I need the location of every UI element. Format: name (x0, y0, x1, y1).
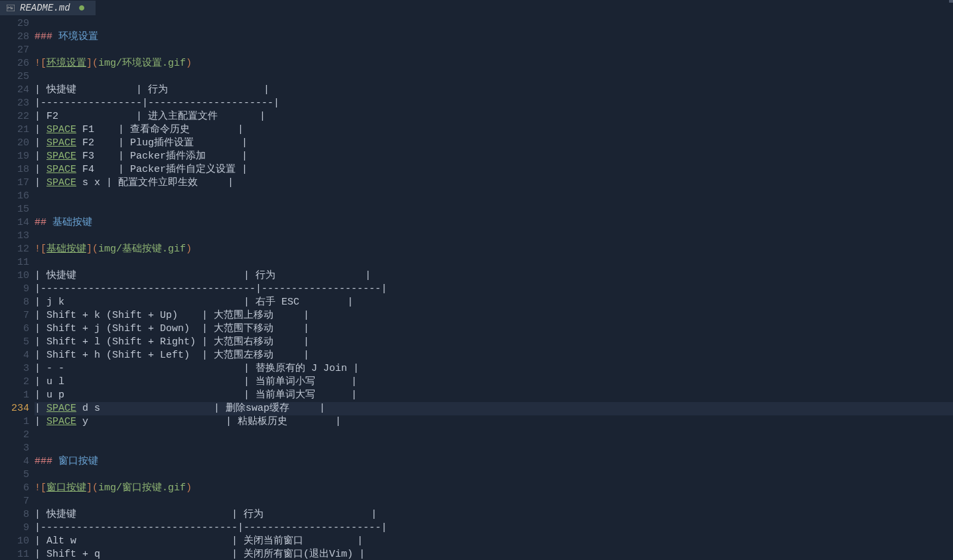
code-line: ## 基础按键 (35, 216, 953, 230)
line-number: 3 (0, 362, 29, 376)
code-line (35, 468, 953, 482)
code-line (35, 203, 953, 216)
code-line: | Shift + q | 关闭所有窗口(退出Vim) | (35, 548, 953, 560)
code-line: | 快捷键 | 行为 | (35, 508, 953, 522)
line-number: 17 (0, 176, 29, 190)
line-number: 29 (0, 17, 29, 31)
line-number: 234 (0, 402, 29, 415)
code-line: | Shift + l (Shift + Right) | 大范围右移动 | (35, 336, 953, 349)
tab-bar: README.md ● (0, 0, 953, 16)
line-number: 8 (0, 508, 29, 522)
code-line (35, 256, 953, 269)
code-line: | SPACE F3 | Packer插件添加 | (35, 150, 953, 163)
line-number: 7 (0, 309, 29, 322)
line-number: 16 (0, 190, 29, 203)
code-line: | SPACE d s | 删除swap缓存 | (35, 402, 953, 415)
code-line: | Alt w | 关闭当前窗口 | (35, 535, 953, 548)
code-line: | SPACE s x | 配置文件立即生效 | (35, 176, 953, 190)
tab-readme[interactable]: README.md ● (0, 1, 96, 15)
line-number: 25 (0, 70, 29, 84)
code-line: | Shift + j (Shift + Down) | 大范围下移动 | (35, 322, 953, 336)
line-number: 12 (0, 243, 29, 256)
line-number: 20 (0, 137, 29, 150)
line-number: 6 (0, 482, 29, 495)
code-line: | SPACE F2 | Plug插件设置 | (35, 137, 953, 150)
line-number: 7 (0, 495, 29, 508)
line-number: 23 (0, 97, 29, 110)
line-number: 28 (0, 31, 29, 44)
code-line: ### 窗口按键 (35, 455, 953, 468)
code-line (35, 495, 953, 508)
code-line (35, 190, 953, 203)
code-line: | 快捷键 | 行为 | (35, 84, 953, 97)
line-number: 2 (0, 376, 29, 389)
line-number: 3 (0, 442, 29, 455)
line-number: 1 (0, 415, 29, 429)
line-number: 10 (0, 269, 29, 283)
line-number: 9 (0, 522, 29, 535)
line-number: 4 (0, 349, 29, 362)
code-line: | SPACE y | 粘贴板历史 | (35, 415, 953, 429)
code-line (35, 230, 953, 243)
line-number: 2 (0, 429, 29, 442)
code-line: ![基础按键](img/基础按键.gif) (35, 243, 953, 256)
tab-filename: README.md (20, 3, 70, 13)
line-number: 24 (0, 84, 29, 97)
code-line: | Shift + k (Shift + Up) | 大范围上移动 | (35, 309, 953, 322)
code-line: | SPACE F1 | 查看命令历史 | (35, 123, 953, 137)
line-number: 5 (0, 468, 29, 482)
line-number: 4 (0, 455, 29, 468)
code-line: | u l | 当前单词小写 | (35, 376, 953, 389)
code-line: |------------------------------------|--… (35, 283, 953, 296)
line-number: 13 (0, 230, 29, 243)
line-number: 11 (0, 548, 29, 560)
code-line (35, 17, 953, 31)
code-line (35, 429, 953, 442)
code-line: |-----------------|---------------------… (35, 97, 953, 110)
code-line (35, 70, 953, 84)
line-number: 22 (0, 110, 29, 123)
line-number: 9 (0, 283, 29, 296)
line-number: 27 (0, 44, 29, 57)
line-number-gutter: 2928272625242322212019181716151413121110… (0, 16, 35, 560)
code-line (35, 44, 953, 57)
markdown-file-icon (7, 5, 15, 11)
code-line: |---------------------------------|-----… (35, 522, 953, 535)
code-line: ![窗口按键](img/窗口按键.gif) (35, 482, 953, 495)
code-line: | 快捷键 | 行为 | (35, 269, 953, 283)
editor-area[interactable]: 2928272625242322212019181716151413121110… (0, 16, 953, 560)
code-line: | u p | 当前单词大写 | (35, 389, 953, 402)
code-line: ![环境设置](img/环境设置.gif) (35, 57, 953, 70)
line-number: 15 (0, 203, 29, 216)
line-number: 19 (0, 150, 29, 163)
line-number: 18 (0, 163, 29, 176)
code-line: ### 环境设置 (35, 31, 953, 44)
scrollbar-thumb[interactable] (949, 0, 953, 3)
modified-dot-icon: ● (78, 1, 86, 15)
line-number: 21 (0, 123, 29, 137)
line-number: 14 (0, 216, 29, 230)
vertical-scrollbar[interactable] (949, 0, 953, 560)
code-line: | F2 | 进入主配置文件 | (35, 110, 953, 123)
code-line: | - - | 替换原有的 J Join | (35, 362, 953, 376)
line-number: 5 (0, 336, 29, 349)
code-line: | j k | 右手 ESC | (35, 296, 953, 309)
line-number: 26 (0, 57, 29, 70)
line-number: 1 (0, 389, 29, 402)
code-line (35, 442, 953, 455)
line-number: 11 (0, 256, 29, 269)
line-number: 10 (0, 535, 29, 548)
code-line: | SPACE F4 | Packer插件自定义设置 | (35, 163, 953, 176)
line-number: 8 (0, 296, 29, 309)
line-number: 6 (0, 322, 29, 336)
code-line: | Shift + h (Shift + Left) | 大范围左移动 | (35, 349, 953, 362)
code-content[interactable]: ### 环境设置 ![环境设置](img/环境设置.gif) | 快捷键 | 行… (35, 16, 953, 560)
